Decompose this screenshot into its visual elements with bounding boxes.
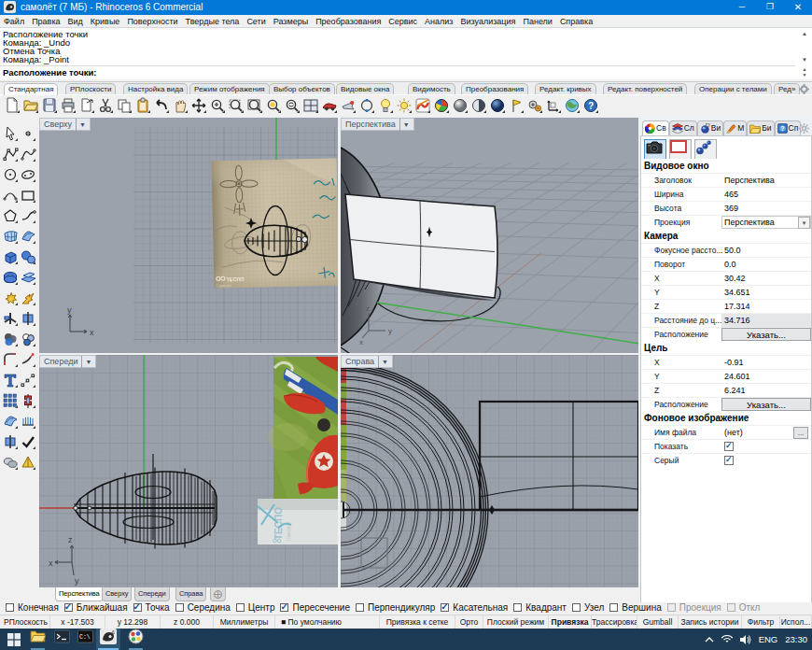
svg-text:C:\: C:\ bbox=[79, 634, 91, 641]
svg-text:x: x bbox=[90, 328, 94, 337]
svg-text:z: z bbox=[68, 535, 73, 544]
svg-text:ТЕСПО: ТЕСПО bbox=[226, 276, 245, 282]
svg-text:Самолёт: Самолёт bbox=[216, 283, 231, 288]
svg-text:6: 6 bbox=[112, 629, 115, 635]
svg-text:x: x bbox=[49, 558, 53, 568]
svg-text:?: ? bbox=[780, 125, 784, 132]
svg-text:z: z bbox=[366, 304, 370, 313]
svg-text:y: y bbox=[75, 576, 79, 586]
svg-text:x: x bbox=[359, 338, 363, 346]
svg-text:y: y bbox=[388, 327, 392, 335]
svg-text:y: y bbox=[67, 305, 72, 315]
svg-text:?: ? bbox=[588, 101, 594, 111]
svg-text:ТЕСПО: ТЕСПО bbox=[273, 507, 284, 540]
